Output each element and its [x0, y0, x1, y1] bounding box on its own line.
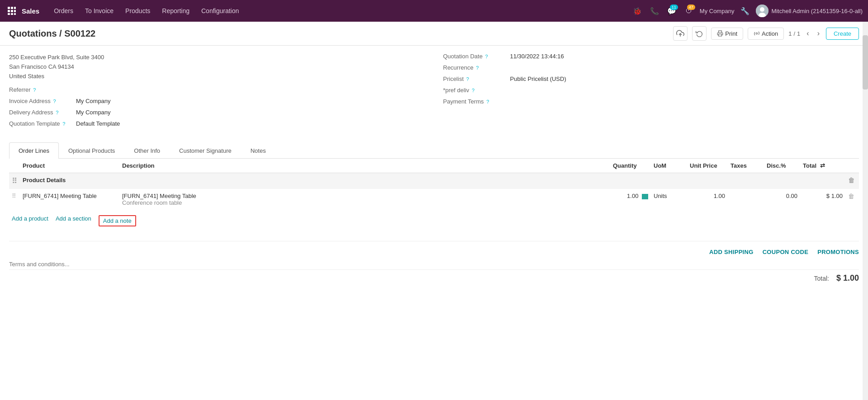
row-handle-cell: ⠿ — [9, 189, 20, 210]
col-header-taxes: Taxes — [728, 159, 764, 173]
quotation-date-value[interactable]: 11/30/2022 13:44:16 — [510, 53, 564, 60]
forecast-icon[interactable] — [642, 194, 648, 199]
delivery-address-help-icon[interactable]: ? — [56, 110, 58, 115]
pref-deliv-label: *pref deliv ? — [443, 87, 507, 94]
phone-icon[interactable]: 📞 — [648, 5, 661, 17]
quotation-template-value[interactable]: Default Template — [76, 120, 120, 127]
navbar-brand[interactable]: Sales — [22, 7, 39, 15]
add-note-link[interactable]: Add a note — [99, 215, 136, 226]
section-delete-icon[interactable]: 🗑 — [848, 177, 854, 184]
product-cell[interactable]: [FURN_6741] Meeting Table — [20, 189, 119, 210]
col-header-quantity: Quantity — [610, 159, 651, 173]
pricelist-help-icon[interactable]: ? — [466, 76, 469, 82]
navbar-item-orders[interactable]: Orders — [48, 5, 79, 17]
section-name-cell: Product Details — [20, 173, 845, 189]
pref-deliv-help-icon[interactable]: ? — [472, 88, 474, 93]
nav-total: 1 — [797, 30, 800, 37]
uom-cell[interactable]: Units — [651, 189, 687, 210]
quantity-cell[interactable]: 1.00 — [610, 189, 651, 210]
navbar-item-products[interactable]: Products — [120, 5, 156, 17]
pricelist-field: Pricelist ? Public Pricelist (USD) — [443, 75, 859, 82]
description-cell[interactable]: [FURN_6741] Meeting Table Conference roo… — [119, 189, 610, 210]
action-button[interactable]: Action — [748, 28, 784, 40]
quotation-template-label: Quotation Template ? — [9, 120, 72, 127]
tab-customer-signature[interactable]: Customer Signature — [170, 142, 241, 159]
pricelist-value[interactable]: Public Pricelist (USD) — [510, 75, 566, 82]
pref-deliv-field: *pref deliv ? — [443, 87, 859, 94]
create-button[interactable]: Create — [826, 28, 859, 40]
navbar-item-reporting[interactable]: Reporting — [157, 5, 195, 17]
header-actions: Print Action 1 / 1 ‹ › Create — [673, 26, 859, 41]
tab-other-info[interactable]: Other Info — [124, 142, 170, 159]
svg-point-10 — [760, 7, 764, 12]
invoice-address-value[interactable]: My Company — [76, 98, 111, 104]
svg-rect-1 — [11, 7, 13, 9]
row-drag-handle[interactable]: ⠿ — [12, 193, 16, 199]
col-header-actions — [845, 159, 859, 173]
total-value: $ 1.00 — [836, 273, 859, 283]
promotions-link[interactable]: PROMOTIONS — [817, 249, 859, 255]
col-header-uom: UoM — [651, 159, 687, 173]
clock-icon[interactable]: ⏱ 47 — [683, 5, 695, 17]
svg-rect-8 — [14, 13, 16, 15]
terms-input[interactable] — [9, 259, 859, 269]
section-drag-handle[interactable]: ⠿ — [12, 177, 17, 185]
col-header-description: Description — [119, 159, 610, 173]
action-label: Action — [762, 30, 778, 37]
col-header-total: Total ⇄ — [800, 159, 845, 173]
delivery-address-value[interactable]: My Company — [76, 109, 111, 116]
add-section-link[interactable]: Add a section — [56, 215, 91, 226]
scrollbar-thumb[interactable] — [863, 35, 868, 89]
navbar: Sales Orders To Invoice Products Reporti… — [0, 0, 868, 22]
navbar-user[interactable]: Mitchell Admin (21451359-16-0-all) — [756, 5, 863, 17]
recurrence-help-icon[interactable]: ? — [476, 65, 479, 71]
quotation-template-help-icon[interactable]: ? — [62, 121, 65, 127]
wrench-icon[interactable]: 🔧 — [739, 5, 751, 17]
coupon-code-link[interactable]: COUPON CODE — [763, 249, 809, 255]
svg-point-14 — [756, 33, 758, 34]
tab-notes[interactable]: Notes — [241, 142, 275, 159]
address-line3: United States — [9, 72, 425, 81]
next-record-button[interactable]: › — [816, 28, 821, 38]
page-header: Quotations / S00122 Print — [0, 22, 868, 46]
main-content: 250 Executive Park Blvd, Suite 3400 San … — [0, 46, 868, 287]
col-header-product: Product — [20, 159, 119, 173]
bug-icon[interactable]: 🐞 — [631, 5, 644, 17]
section-name[interactable]: Product Details — [23, 177, 66, 184]
pricelist-label: Pricelist ? — [443, 75, 507, 82]
navbar-item-to-invoice[interactable]: To Invoice — [80, 5, 119, 17]
disc-cell[interactable]: 0.00 — [764, 189, 800, 210]
svg-rect-6 — [8, 13, 10, 15]
address-block: 250 Executive Park Blvd, Suite 3400 San … — [9, 53, 425, 81]
table-row: ⠿ [FURN_6741] Meeting Table [FURN_6741] … — [9, 189, 859, 210]
print-button[interactable]: Print — [711, 28, 743, 40]
invoice-address-label: Invoice Address ? — [9, 98, 72, 104]
taxes-cell[interactable] — [728, 189, 764, 210]
tab-optional-products[interactable]: Optional Products — [59, 142, 124, 159]
invoice-address-help-icon[interactable]: ? — [53, 99, 56, 104]
navbar-item-configuration[interactable]: Configuration — [196, 5, 244, 17]
refresh-icon[interactable] — [692, 26, 707, 41]
delivery-address-field: Delivery Address ? My Company — [9, 109, 425, 116]
invoice-address-field: Invoice Address ? My Company — [9, 98, 425, 104]
total-cell: $ 1.00 — [800, 189, 845, 210]
chat-icon[interactable]: 💬 11 — [665, 5, 678, 17]
order-table: Product Description Quantity UoM Unit Pr… — [9, 159, 859, 210]
quotation-date-help-icon[interactable]: ? — [485, 54, 488, 59]
cloud-upload-icon[interactable] — [673, 26, 688, 41]
bottom-actions: ADD SHIPPING COUPON CODE PROMOTIONS — [9, 249, 859, 255]
record-navigation: 1 / 1 — [788, 30, 800, 37]
svg-rect-0 — [8, 7, 10, 9]
row-delete-icon[interactable]: 🗑 — [848, 193, 854, 200]
optional-columns-icon[interactable]: ⇄ — [820, 162, 825, 169]
tab-order-lines[interactable]: Order Lines — [9, 142, 59, 159]
referrer-help-icon[interactable]: ? — [33, 87, 36, 93]
add-shipping-link[interactable]: ADD SHIPPING — [709, 249, 754, 255]
unit-price-cell[interactable]: 1.00 — [687, 189, 728, 210]
navbar-company[interactable]: My Company — [700, 8, 735, 14]
prev-record-button[interactable]: ‹ — [805, 28, 811, 38]
app-grid-icon[interactable] — [5, 5, 18, 17]
total-row: Total: $ 1.00 — [9, 269, 859, 287]
add-product-link[interactable]: Add a product — [12, 215, 48, 226]
payment-terms-help-icon[interactable]: ? — [486, 99, 489, 104]
